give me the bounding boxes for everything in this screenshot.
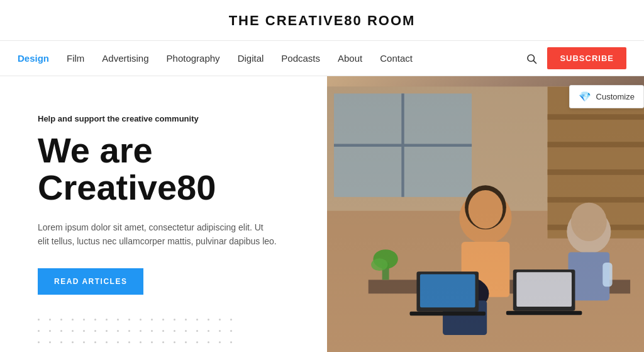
dot [38,330,40,332]
nav-item-contact[interactable]: Contact [380,53,413,64]
dot [60,330,62,332]
dot [140,330,142,332]
site-title: THE CREATIVE80 ROOM [229,13,416,28]
customize-label: Customize [596,92,635,101]
subscribe-button[interactable]: SUBSCRIBE [547,47,626,69]
dot [151,341,153,343]
dot [185,319,187,321]
hero-image [327,76,644,352]
dot [174,330,175,332]
dot [128,330,130,332]
nav-links: Design Film Advertising Photography Digi… [18,53,413,64]
dot [128,319,130,321]
nav-link-about[interactable]: About [338,53,362,64]
hero-body: Lorem ipsum dolor sit amet, consectetur … [38,220,277,249]
dot [60,319,62,321]
dot [174,319,175,321]
dot [94,330,96,332]
nav-item-digital[interactable]: Digital [238,53,264,64]
dot [60,341,62,343]
dot [196,341,198,343]
search-icon [526,53,537,64]
nav-link-film[interactable]: Film [67,53,84,64]
hero-text: Help and support the creative community … [0,76,327,352]
site-header: THE CREATIVE80 ROOM [0,0,644,41]
dot [72,319,74,321]
dot [49,341,51,343]
dot [196,319,198,321]
dot [49,330,51,332]
dot [219,341,221,343]
dot [83,330,85,332]
dot [208,330,209,332]
nav-link-podcasts[interactable]: Podcasts [281,53,320,64]
nav-bar: Design Film Advertising Photography Digi… [0,41,644,76]
dot [208,341,209,343]
nav-right: SUBSCRIBE [526,47,626,69]
dot [117,319,119,321]
dot [106,319,108,321]
dot [117,341,119,343]
dot [196,330,198,332]
dot [140,319,142,321]
hero-heading-line2: Creative80 [38,167,216,207]
search-button[interactable] [526,53,537,64]
hero-scene-svg [327,76,644,352]
customize-gem-icon: 💎 [579,91,591,103]
nav-link-digital[interactable]: Digital [238,53,264,64]
dot [174,341,175,343]
hero-heading-line1: We are [38,130,153,170]
dot [83,341,85,343]
read-articles-button[interactable]: READ ARTICLES [38,268,143,295]
nav-item-advertising[interactable]: Advertising [102,53,148,64]
dot [49,319,51,321]
dot [162,330,164,332]
nav-link-contact[interactable]: Contact [380,53,413,64]
nav-item-film[interactable]: Film [67,53,84,64]
dot [72,330,74,332]
dot [140,341,142,343]
dot [94,341,96,343]
dot [151,330,153,332]
nav-item-photography[interactable]: Photography [167,53,220,64]
nav-item-podcasts[interactable]: Podcasts [281,53,320,64]
nav-item-about[interactable]: About [338,53,362,64]
hero-image-area: 💎 Customize [327,76,644,352]
dot [185,330,187,332]
dot [38,319,40,321]
dot [106,330,108,332]
svg-rect-33 [327,87,644,352]
dot [208,319,209,321]
nav-link-advertising[interactable]: Advertising [102,53,148,64]
dot [38,341,40,343]
dot [83,319,85,321]
hero-section: Help and support the creative community … [0,76,644,352]
dot [219,330,221,332]
dot [162,319,164,321]
hero-heading: We are Creative80 [38,132,302,207]
svg-line-1 [534,60,536,63]
dot [72,341,74,343]
nav-link-design[interactable]: Design [18,53,49,64]
dot [117,330,119,332]
nav-link-photography[interactable]: Photography [167,53,220,64]
hero-tagline: Help and support the creative community [38,114,302,123]
dot [230,319,232,321]
dot [185,341,187,343]
dot [162,341,164,343]
dot [94,319,96,321]
dot-grid: // Generate dots (function() { const gri… [38,319,302,348]
dot [230,330,232,332]
dot [151,319,153,321]
dot [106,341,108,343]
dot [128,341,130,343]
dot [230,341,232,343]
nav-item-design[interactable]: Design [18,53,49,64]
dot [219,319,221,321]
customize-panel[interactable]: 💎 Customize [569,85,644,108]
